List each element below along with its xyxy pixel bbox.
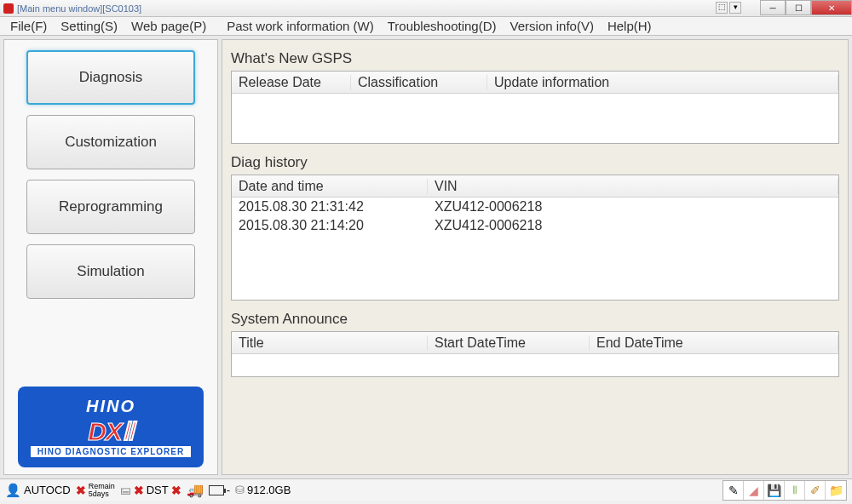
col-start[interactable]: Start DateTime [428,335,590,351]
col-datetime[interactable]: Date and time [232,179,428,194]
cell-vin: XZU412-0006218 [428,218,549,233]
sidebar-item-label: Simulation [77,263,144,280]
status-user-label: AUTOCD [24,484,71,496]
edit-icon[interactable]: ✐ [805,481,826,500]
sidebar: Diagnosis Customization Reprogramming Si… [3,39,218,475]
system-announce-header: Title Start DateTime End DateTime [232,332,838,354]
pencil-icon[interactable]: ✎ [723,481,744,500]
disk-icon: ⛁ [235,484,245,496]
eraser-icon[interactable]: ◢ [744,481,764,500]
status-remain: ✖ Remain 5days [76,483,115,498]
logo-subtitle: HINO DIAGNOSTIC EXPLORER [31,446,191,457]
status-battery: - [209,484,230,496]
whats-new-panel: Release Date Classification Update infor… [231,71,839,144]
status-device: 🖴 ✖ DST ✖ [120,484,181,497]
cell-vin: XZU412-0006218 [428,199,549,215]
menu-help[interactable]: Help(H) [601,19,659,33]
window-title: [Main menu window][SC0103] [17,3,141,14]
brand-logo: HINO DXⅡ HINO DIAGNOSTIC EXPLORER [18,387,204,467]
person-icon: 👤 [5,483,21,498]
sidebar-item-label: Reprogramming [59,198,163,215]
main-panel: What's New GSPS Release Date Classificat… [222,39,849,475]
col-update-info[interactable]: Update information [487,75,838,90]
col-release-date[interactable]: Release Date [232,75,351,90]
menu-troubleshooting[interactable]: Troubleshooting(D) [381,19,504,33]
folder-icon[interactable]: 📁 [826,481,846,500]
truck-icon: 🚚 [187,482,204,498]
sidebar-diagnosis-button[interactable]: Diagnosis [26,50,195,105]
cell-datetime: 2015.08.30 21:31:42 [232,199,428,215]
decor-icon[interactable]: ⬚ [716,2,728,14]
whats-new-header: Release Date Classification Update infor… [232,72,838,94]
minimize-button[interactable]: ─ [760,0,786,15]
logo-brand: HINO [86,397,135,416]
status-disk-label: 912.0GB [247,484,291,496]
system-announce-panel: Title Start DateTime End DateTime [231,331,839,377]
whats-new-title: What's New GSPS [231,50,839,67]
col-title[interactable]: Title [232,335,428,351]
close-button[interactable]: ✕ [811,0,852,15]
status-truck: 🚚 [187,482,204,498]
table-row[interactable]: 2015.08.30 21:31:42 XZU412-0006218 [232,198,838,216]
x-icon: ✖ [171,484,181,497]
col-vin[interactable]: VIN [428,179,838,194]
device-icon: 🖴 [120,484,131,496]
sidebar-simulation-button[interactable]: Simulation [26,244,195,299]
sidebar-customization-button[interactable]: Customization [26,115,195,169]
titlebar: [Main menu window][SC0103] ⬚ ▾ ─ ☐ ✕ [0,0,852,17]
diag-history-header: Date and time VIN [232,175,838,198]
diag-history-body[interactable]: 2015.08.30 21:31:42 XZU412-0006218 2015.… [232,198,838,235]
window-controls: ─ ☐ ✕ [760,0,852,15]
status-user: 👤 AUTOCD [5,483,71,498]
content-area: Diagnosis Customization Reprogramming Si… [0,36,852,478]
status-battery-label: - [227,484,230,496]
window-decor: ⬚ ▾ [716,2,741,14]
col-end[interactable]: End DateTime [590,335,838,351]
status-disk: ⛁ 912.0GB [235,484,291,496]
table-row[interactable]: 2015.08.30 21:14:20 XZU412-0006218 [232,216,838,235]
sidebar-item-label: Customization [65,134,157,151]
logo-product: DXⅡ [88,416,134,446]
sidebar-item-label: Diagnosis [79,69,143,86]
maximize-button[interactable]: ☐ [786,0,811,15]
col-classification[interactable]: Classification [351,75,487,90]
decor-icon[interactable]: ▾ [729,2,741,14]
save-icon[interactable]: 💾 [764,481,785,500]
menu-webpage[interactable]: Web page(P) [124,19,213,33]
toolbar-icons: ✎ ◢ 💾 ⦀ ✐ 📁 [722,480,847,501]
sidebar-reprogramming-button[interactable]: Reprogramming [26,180,195,234]
x-icon: ✖ [134,484,144,497]
system-announce-title: System Announce [231,311,839,328]
app-icon [3,3,14,14]
menu-version[interactable]: Version info(V) [504,19,601,33]
filter-icon[interactable]: ⦀ [785,481,805,500]
menubar: File(F) Setting(S) Web page(P) Past work… [0,17,852,36]
menu-pastwork[interactable]: Past work information (W) [220,19,381,33]
battery-icon [209,485,224,495]
x-icon: ✖ [76,484,86,497]
statusbar: 👤 AUTOCD ✖ Remain 5days 🖴 ✖ DST ✖ 🚚 - ⛁ … [0,478,852,501]
menu-setting[interactable]: Setting(S) [54,19,124,33]
status-dst-label: DST [147,484,169,496]
menu-file[interactable]: File(F) [3,19,54,33]
diag-history-panel: Date and time VIN 2015.08.30 21:31:42 XZ… [231,175,839,301]
status-remain-days: 5days [89,490,109,498]
cell-datetime: 2015.08.30 21:14:20 [232,218,428,233]
diag-history-title: Diag history [231,154,839,171]
